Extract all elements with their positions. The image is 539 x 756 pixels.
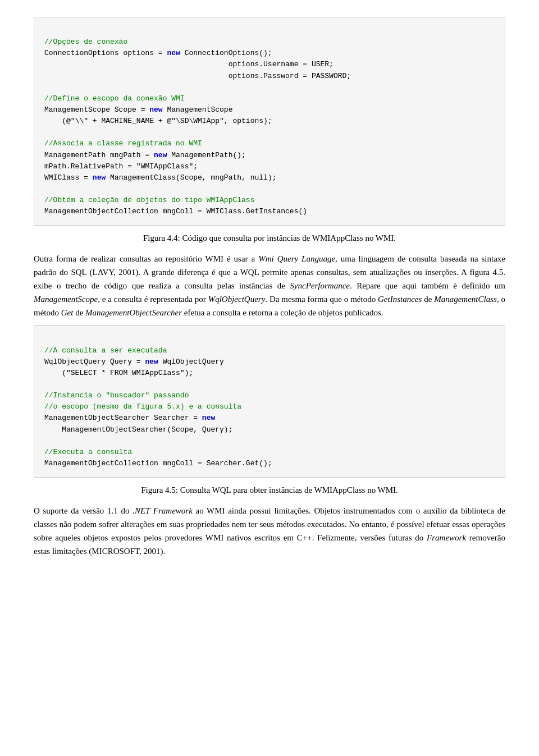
code-line: options.Password = PASSWORD; [44, 72, 351, 80]
code-comment: //Define o escopo da conexão WMI [44, 94, 185, 103]
code-block-2: //A consulta a ser executada WqlObjectQu… [34, 325, 505, 478]
paragraph-2: O suporte da versão 1.1 do .NET Framewor… [34, 504, 505, 558]
code-line: ManagementPath mngPath = new ManagementP… [44, 151, 246, 159]
code-comment: //Opções de conexão [44, 38, 127, 46]
italic-management-object-searcher: ManagementObjectSearcher [85, 308, 182, 317]
code-line: WMIClass = new ManagementClass(Scope, mn… [44, 173, 276, 182]
code-line: (@"\\" + MACHINE_NAME + @"\SD\WMIApp", o… [44, 117, 272, 125]
code-comment: //A consulta a ser executada [44, 346, 167, 355]
italic-framework: Framework [427, 533, 466, 542]
paragraph-1: Outra forma de realizar consultas ao rep… [34, 252, 505, 319]
code-line: options.Username = USER; [44, 60, 334, 68]
italic-get-instances: GetInstances [378, 295, 422, 304]
code-line: ManagementObjectCollection mngColl = WMI… [44, 207, 307, 216]
italic-wql-object-query: WqlObjectQuery [208, 295, 266, 304]
code-line: WqlObjectQuery Query = new WqlObjectQuer… [44, 358, 224, 366]
italic-net-framework: .NET Framework [133, 506, 193, 515]
italic-management-scope: ManagementScope [34, 295, 98, 304]
code-comment: //Instancia o "buscador" passando [44, 391, 189, 400]
code-line: ManagementObjectSearcher(Scope, Query); [44, 425, 232, 434]
code-comment: //Associa a classe registrada no WMI [44, 139, 202, 148]
code-block-1: //Opções de conexão ConnectionOptions op… [34, 17, 505, 226]
italic-wmi-query-language: Wmi Query Language [258, 254, 335, 263]
italic-management-class: ManagementClass [434, 295, 497, 304]
code-line: ConnectionOptions options = new Connecti… [44, 49, 272, 57]
italic-sync-performance: SyncPerformance [290, 281, 350, 290]
code-line: ManagementObjectSearcher Searcher = new [44, 414, 215, 422]
code-line: ("SELECT * FROM WMIAppClass"); [44, 369, 193, 377]
code-comment: //Obtém a coleção de objetos do tipo WMI… [44, 196, 254, 204]
italic-get: Get [61, 308, 74, 317]
code-line: ManagementScope Scope = new ManagementSc… [44, 106, 232, 114]
code-line: mPath.RelativePath = "WMIAppClass"; [44, 162, 198, 171]
figure-4-5-caption: Figura 4.5: Consulta WQL para obter inst… [34, 485, 505, 495]
code-line: ManagementObjectCollection mngColl = Sea… [44, 459, 272, 468]
figure-4-4-caption: Figura 4.4: Código que consulta por inst… [34, 233, 505, 243]
code-comment: //Executa a consulta [44, 448, 132, 456]
code-comment: //o escopo (mesmo da figura 5.x) e a con… [44, 402, 241, 411]
